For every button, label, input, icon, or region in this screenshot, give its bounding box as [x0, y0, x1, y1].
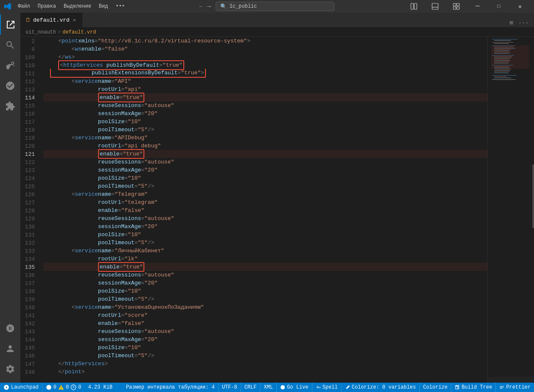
- activity-extensions[interactable]: [0, 96, 20, 116]
- spell-label: Spell: [323, 384, 338, 390]
- activity-settings[interactable]: [0, 359, 20, 379]
- breadcrumb: uit_noauth > default.vrd: [20, 28, 534, 37]
- code-line-124: poolSize="10": [43, 174, 487, 182]
- editor-area: 🗒 default.vrd ✕ ⊞ ··· uit_noauth > defau…: [20, 13, 534, 383]
- tab-default-vrd[interactable]: 🗒 default.vrd ✕: [20, 13, 82, 27]
- line-num-144: 144: [20, 336, 38, 344]
- activity-bottom: [0, 318, 20, 383]
- code-line-144: sessionMaxAge="20": [43, 336, 487, 344]
- nav-arrows: ← →: [198, 2, 213, 11]
- line-num-143: 143: [20, 328, 38, 336]
- svg-rect-32: [494, 71, 509, 72]
- activity-account[interactable]: [0, 338, 20, 359]
- layout-button[interactable]: [404, 0, 424, 13]
- warning-count: 0: [66, 384, 69, 390]
- code-line-123: sessionMaxAge="20": [43, 166, 487, 174]
- line-num-132: 132: [20, 239, 38, 247]
- app-body: 🗒 default.vrd ✕ ⊞ ··· uit_noauth > defau…: [0, 13, 534, 383]
- status-language[interactable]: XML: [260, 383, 276, 392]
- code-line-121: enable="true": [43, 150, 487, 158]
- line-num-129: 129: [20, 215, 38, 223]
- status-colorize[interactable]: Colorize: 0 variables: [342, 383, 419, 392]
- menu-more[interactable]: •••: [112, 2, 128, 11]
- line-ending-label: CRLF: [245, 384, 257, 390]
- code-line-145: poolSize="10": [43, 344, 487, 352]
- code-line-148: </point>: [43, 368, 487, 376]
- status-build-tree[interactable]: Build Tree: [451, 383, 495, 392]
- menu-view[interactable]: Вид: [96, 2, 112, 11]
- tab-file-icon: 🗒: [25, 17, 31, 23]
- line-num-119: 119: [20, 134, 38, 142]
- line-num-124: 124: [20, 175, 38, 183]
- breadcrumb-file[interactable]: default.vrd: [62, 29, 96, 35]
- encoding-label: UTF-8: [222, 384, 237, 390]
- activity-search[interactable]: [0, 35, 20, 55]
- vscode-logo: [4, 3, 11, 10]
- code-line-116: sessionMaxAge="20": [43, 110, 487, 118]
- activity-debug[interactable]: [0, 76, 20, 96]
- line-num-130: 130: [20, 223, 38, 231]
- menu-selection[interactable]: Выделение: [60, 2, 95, 11]
- line-num-122: 122: [20, 158, 38, 166]
- status-launchpad[interactable]: Launchpad: [0, 383, 42, 392]
- status-spell[interactable]: Spell: [312, 383, 341, 392]
- code-line-137: sessionMaxAge="20": [43, 279, 487, 287]
- minimap[interactable]: [487, 37, 534, 383]
- menu-file[interactable]: Файл: [14, 2, 34, 11]
- code-line-127: rootUrl="telegram": [43, 198, 487, 206]
- breadcrumb-folder[interactable]: uit_noauth: [25, 29, 56, 35]
- line-num-126: 126: [20, 191, 38, 199]
- line-num-116: 116: [20, 110, 38, 118]
- line-numbers: 2 8 109 110 111 112 113 114 115 116 117 …: [20, 37, 42, 383]
- activity-remote[interactable]: [0, 318, 20, 338]
- spell-icon: [316, 385, 321, 390]
- grid-button[interactable]: [447, 0, 466, 13]
- status-go-live[interactable]: Go Live: [277, 383, 312, 392]
- code-line-142: enable="false": [43, 319, 487, 327]
- line-num-135: 135: [20, 263, 38, 271]
- code-line-128: enable="false": [43, 206, 487, 214]
- minimize-button[interactable]: ─: [468, 0, 487, 13]
- activity-explorer[interactable]: [0, 14, 20, 35]
- maximize-button[interactable]: □: [489, 0, 509, 13]
- code-line-136: reuseSessions="autouse": [43, 271, 487, 279]
- code-line-110: <httpServices publishByDefault="true": [43, 61, 487, 69]
- svg-rect-31: [494, 70, 510, 71]
- status-encoding[interactable]: UTF-8: [219, 383, 241, 392]
- svg-rect-30: [494, 69, 511, 69]
- status-line-ending[interactable]: CRLF: [241, 383, 260, 392]
- menu-edit[interactable]: Правка: [34, 2, 59, 11]
- status-colorize2[interactable]: Colorize: [420, 383, 451, 392]
- colorize-icon: [345, 385, 350, 390]
- code-line-125: poolTimeout="5"/>: [43, 182, 487, 190]
- svg-rect-6: [453, 7, 456, 9]
- status-tab-size[interactable]: Размер интервала табуляции: 4: [123, 383, 218, 392]
- svg-rect-0: [411, 3, 413, 9]
- activity-git[interactable]: [0, 55, 20, 76]
- more-actions-button[interactable]: ···: [517, 19, 531, 27]
- prettier-label: Prettier: [506, 384, 531, 390]
- status-file-size[interactable]: 4.23 KiB: [84, 383, 116, 392]
- search-bar[interactable]: 🔍 1c_public: [216, 2, 334, 11]
- split-editor-button[interactable]: ⊞: [508, 18, 514, 27]
- code-editor[interactable]: <point xmlns="http://v8.1c.ru/8.2/virtua…: [42, 37, 487, 383]
- line-num-123: 123: [20, 166, 38, 175]
- breadcrumb-sep1: >: [58, 29, 61, 35]
- build-tree-icon: [455, 385, 460, 390]
- line-num-140: 140: [20, 304, 38, 312]
- launchpad-icon: [3, 384, 9, 390]
- code-line-141: rootUrl="score": [43, 311, 487, 319]
- search-text: 1c_public: [229, 3, 257, 9]
- close-button[interactable]: ✕: [510, 0, 530, 13]
- nav-forward-button[interactable]: →: [205, 2, 212, 11]
- search-icon: 🔍: [220, 3, 227, 10]
- nav-back-button[interactable]: ←: [198, 2, 205, 11]
- titlebar-menu: Файл Правка Выделение Вид •••: [14, 2, 128, 11]
- status-errors-warnings[interactable]: 0 0 0 0: [42, 383, 85, 392]
- line-num-127: 127: [20, 199, 38, 207]
- code-line-135: enable="true": [43, 263, 487, 271]
- tab-close-button[interactable]: ✕: [72, 16, 77, 24]
- status-prettier[interactable]: Prettier: [496, 383, 534, 392]
- line-num-117: 117: [20, 118, 38, 126]
- panel-button[interactable]: [425, 0, 445, 13]
